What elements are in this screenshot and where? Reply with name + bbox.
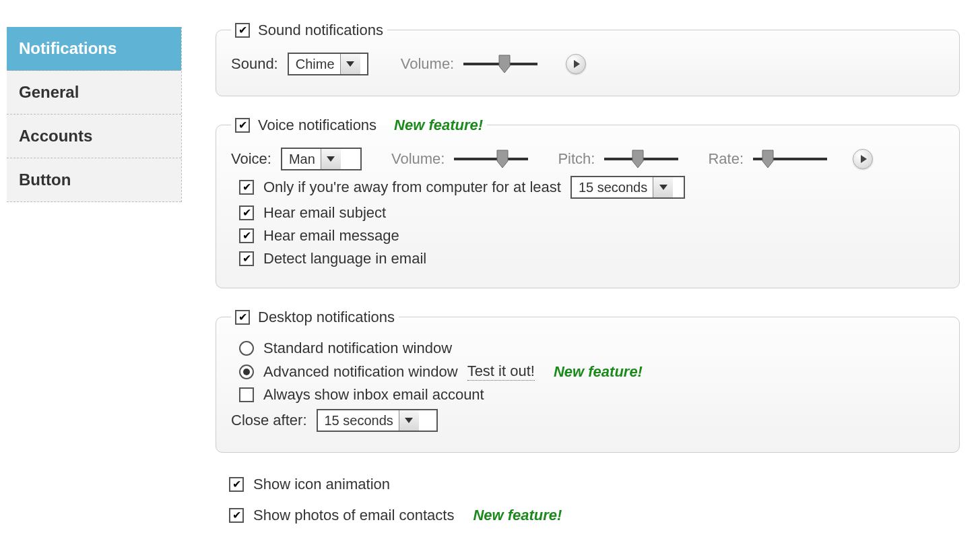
misc-options: ✔ Show icon animation ✔ Show photos of e… <box>229 472 960 528</box>
sidebar-item-label: Notifications <box>19 39 117 57</box>
select-voice[interactable]: Man <box>281 148 362 170</box>
row-sound-select: Sound: Chime Volume: <box>231 53 944 75</box>
slider-voice-volume[interactable] <box>454 149 528 169</box>
label-always-show-inbox: Always show inbox email account <box>263 386 484 404</box>
slider-sound-volume[interactable] <box>463 54 537 74</box>
select-sound[interactable]: Chime <box>288 53 368 75</box>
group-voice-notifications: ✔ Voice notifications New feature! Voice… <box>216 115 960 288</box>
slider-voice-pitch[interactable] <box>604 149 678 169</box>
select-away-value: 15 seconds <box>579 180 653 195</box>
sidebar-item-notifications[interactable]: Notifications <box>7 27 181 71</box>
badge-new-feature: New feature! <box>394 117 483 134</box>
checkbox-away[interactable]: ✔ Only if you're away from computer for … <box>239 179 561 196</box>
play-icon <box>861 155 867 163</box>
play-icon <box>574 60 580 68</box>
checkbox-sound-notifications[interactable]: ✔ <box>235 23 250 38</box>
label-voice-pitch: Pitch: <box>558 150 595 168</box>
row-radio-standard: Standard notification window <box>239 340 944 357</box>
slider-track <box>454 158 528 160</box>
label-standard-window: Standard notification window <box>263 340 452 357</box>
checkbox-desktop-notifications[interactable]: ✔ <box>235 310 250 325</box>
label-voice-rate: Rate: <box>708 150 744 168</box>
dropdown-caret-icon <box>399 410 419 431</box>
label-away: Only if you're away from computer for at… <box>263 179 561 196</box>
select-voice-value: Man <box>289 152 321 167</box>
label-show-photos: Show photos of email contacts <box>253 507 454 524</box>
checkbox-hear-subject[interactable]: ✔ Hear email subject <box>239 204 386 222</box>
group-title: Desktop notifications <box>258 309 395 326</box>
group-title: Voice notifications <box>258 117 377 134</box>
svg-marker-1 <box>497 150 508 168</box>
label-sound: Sound: <box>231 55 278 73</box>
group-legend-voice: ✔ Voice notifications New feature! <box>231 115 487 134</box>
row-voice-controls: Voice: Man Volume: Pitch: <box>231 148 944 170</box>
row-hear-subject: ✔ Hear email subject <box>239 204 944 222</box>
checkbox-icon-animation[interactable]: ✔ Show icon animation <box>229 476 390 493</box>
group-sound-notifications: ✔ Sound notifications Sound: Chime Volum… <box>216 20 960 96</box>
slider-voice-rate[interactable] <box>753 149 827 169</box>
svg-marker-0 <box>499 55 510 73</box>
row-close-after: Close after: 15 seconds <box>231 409 944 432</box>
dropdown-caret-icon <box>340 54 360 74</box>
slider-thumb[interactable] <box>760 149 775 169</box>
group-desktop-notifications: ✔ Desktop notifications Standard notific… <box>216 307 960 453</box>
checkbox-voice-notifications[interactable]: ✔ <box>235 118 250 133</box>
group-legend-sound: ✔ Sound notifications <box>231 20 387 39</box>
badge-new-feature: New feature! <box>473 507 562 524</box>
play-sound-button[interactable] <box>566 54 586 74</box>
dropdown-caret-icon <box>321 149 341 169</box>
select-close-after[interactable]: 15 seconds <box>317 409 438 432</box>
slider-thumb[interactable] <box>495 149 510 169</box>
sidebar-item-accounts[interactable]: Accounts <box>7 115 181 158</box>
settings-main: ✔ Sound notifications Sound: Chime Volum… <box>182 20 980 535</box>
select-away-duration[interactable]: 15 seconds <box>570 176 685 199</box>
sidebar-item-general[interactable]: General <box>7 71 181 115</box>
link-test-it-out[interactable]: Test it out! <box>467 362 535 381</box>
row-away-option: ✔ Only if you're away from computer for … <box>239 176 944 199</box>
label-icon-animation: Show icon animation <box>253 476 390 493</box>
slider-thumb[interactable] <box>630 149 645 169</box>
label-detect-language: Detect language in email <box>263 250 426 267</box>
slider-thumb[interactable] <box>497 54 512 74</box>
checkbox-hear-message[interactable]: ✔ Hear email message <box>239 227 399 245</box>
row-icon-animation: ✔ Show icon animation <box>229 472 960 497</box>
label-advanced-window: Advanced notification window <box>263 363 458 381</box>
row-hear-message: ✔ Hear email message <box>239 227 944 245</box>
label-close-after: Close after: <box>231 412 307 429</box>
select-sound-value: Chime <box>296 57 340 72</box>
row-detect-language: ✔ Detect language in email <box>239 250 944 267</box>
sidebar-item-label: Accounts <box>19 127 92 145</box>
settings-layout: Notifications General Accounts Button ✔ … <box>0 0 980 535</box>
label-hear-message: Hear email message <box>263 227 399 245</box>
row-radio-advanced: Advanced notification window Test it out… <box>239 362 944 381</box>
label-voice: Voice: <box>231 150 271 168</box>
checkbox-detect-language[interactable]: ✔ Detect language in email <box>239 250 426 267</box>
row-always-show-inbox: Always show inbox email account <box>239 386 944 404</box>
dropdown-caret-icon <box>653 177 673 197</box>
group-title: Sound notifications <box>258 22 383 39</box>
label-sound-volume: Volume: <box>401 55 455 73</box>
label-voice-volume: Volume: <box>391 150 445 168</box>
play-voice-button[interactable] <box>853 149 873 169</box>
badge-new-feature: New feature! <box>554 363 643 381</box>
checkbox-show-photos[interactable]: ✔ Show photos of email contacts <box>229 507 454 524</box>
checkbox-always-show-inbox[interactable]: Always show inbox email account <box>239 386 484 404</box>
svg-marker-3 <box>762 150 773 168</box>
radio-standard-window[interactable]: Standard notification window <box>239 340 452 357</box>
row-show-photos: ✔ Show photos of email contacts New feat… <box>229 503 960 528</box>
group-legend-desktop: ✔ Desktop notifications <box>231 307 399 326</box>
svg-marker-2 <box>632 150 643 168</box>
sidebar: Notifications General Accounts Button <box>7 27 182 202</box>
sidebar-item-button[interactable]: Button <box>7 158 181 202</box>
select-close-after-value: 15 seconds <box>325 413 399 429</box>
sidebar-item-label: Button <box>19 170 71 189</box>
radio-advanced-window[interactable]: Advanced notification window <box>239 363 458 381</box>
label-hear-subject: Hear email subject <box>263 204 386 222</box>
sidebar-item-label: General <box>19 83 79 101</box>
